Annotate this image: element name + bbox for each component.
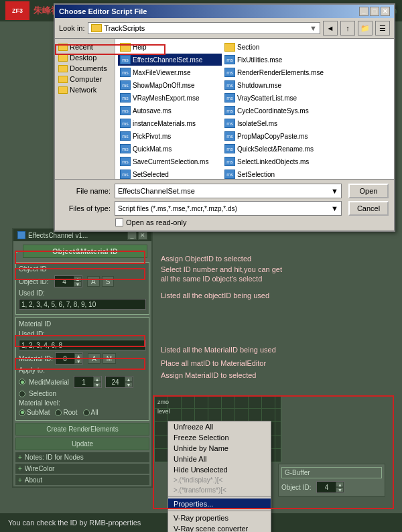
context-indisplay[interactable]: >.(*indisplay*.)[<: [168, 475, 271, 485]
context-vray-converter[interactable]: V-Ray scene converter: [168, 523, 271, 532]
context-properties[interactable]: Properties...: [168, 498, 271, 509]
left-recent[interactable]: Recent: [56, 42, 113, 52]
notes-label: Notes: ID for Nodes: [25, 454, 84, 461]
list-item[interactable]: ms ShowMapOnOff.mse: [118, 79, 222, 91]
mat-spinner-down[interactable]: ▼: [74, 358, 82, 364]
filename-input[interactable]: EffectsChannelSet.mse ▼: [115, 184, 342, 198]
list-item[interactable]: ms SetSelection: [222, 168, 326, 179]
list-item[interactable]: ms PickPivot.ms: [118, 130, 222, 142]
medit-radio[interactable]: [19, 379, 25, 385]
file-list[interactable]: Help Section ms EffectsChannelSet.mse ms…: [115, 39, 394, 179]
close-button[interactable]: ✕: [381, 7, 390, 16]
list-item[interactable]: ms instanceMaterials.ms: [118, 117, 222, 129]
list-item[interactable]: ms IsolateSel.ms: [222, 117, 326, 129]
maximize-button[interactable]: □: [370, 7, 379, 16]
medit-arrows1: ▲ ▼: [93, 377, 101, 387]
assign-a-btn[interactable]: A: [87, 276, 100, 287]
lookin-combo[interactable]: TrackScripts ▼: [88, 22, 320, 34]
filetype-combo[interactable]: Script files (*.ms,*.mse,*.mcr,*.mzp,*.d…: [115, 201, 342, 216]
context-vray-properties[interactable]: V-Ray properties: [168, 513, 271, 523]
left-desktop[interactable]: Desktop: [56, 52, 113, 63]
minimize-button[interactable]: _: [359, 7, 368, 16]
medit-spinner2[interactable]: 24 ▲ ▼: [105, 376, 133, 388]
viewport-label-zmo: zmo: [157, 399, 169, 405]
list-item[interactable]: ms Autosave.ms: [118, 105, 222, 117]
medit-down2[interactable]: ▼: [125, 382, 133, 387]
new-folder-button[interactable]: 📁: [358, 21, 373, 36]
list-item[interactable]: Help: [118, 42, 222, 53]
list-item[interactable]: Section: [222, 42, 326, 53]
list-item[interactable]: ms MaxFileViewer.mse: [118, 66, 222, 78]
context-hide-unselected[interactable]: Hide Unselected: [168, 464, 271, 475]
list-item[interactable]: ms FixUtilities.mse: [222, 54, 326, 66]
list-item[interactable]: ms CycleCoordinateSys.ms: [222, 105, 326, 117]
gbuffer-spinner-arrows: ▲ ▼: [336, 482, 344, 492]
left-documents[interactable]: Documents: [56, 63, 113, 74]
left-computer[interactable]: Computer: [56, 74, 113, 84]
update-btn[interactable]: Update: [15, 438, 149, 450]
list-item[interactable]: ms RenderRenderElements.mse: [222, 66, 326, 78]
context-freeze-selection[interactable]: Freeze Selection: [168, 432, 271, 443]
medit-up1[interactable]: ▲: [93, 377, 101, 382]
all-radio[interactable]: All: [83, 409, 98, 416]
up-button[interactable]: ↑: [340, 21, 355, 36]
list-item[interactable]: ms Shutdown.mse: [222, 79, 326, 91]
mat-m-btn[interactable]: M: [103, 353, 116, 364]
context-unhide-by-name[interactable]: Unhide by Name: [168, 443, 271, 454]
effects-minimize[interactable]: _: [127, 230, 137, 240]
mat-a-btn[interactable]: A: [88, 353, 100, 364]
context-unfreeze-all[interactable]: Unfreeze All: [168, 421, 271, 432]
spinner-up[interactable]: ▲: [74, 276, 82, 281]
effects-close[interactable]: ✕: [138, 230, 147, 240]
about-row[interactable]: + About: [15, 475, 149, 485]
list-item[interactable]: ms VRayMeshExport.mse: [118, 92, 222, 104]
view-button[interactable]: ☰: [375, 21, 390, 36]
wirecolor-collapse-icon: +: [18, 465, 22, 472]
list-item[interactable]: ms SetSelected: [118, 168, 222, 179]
medit-down1[interactable]: ▼: [93, 382, 101, 387]
list-item[interactable]: ms VrayScatterList.mse: [222, 92, 326, 104]
open-button[interactable]: Open: [348, 184, 389, 198]
mse-icon: ms: [224, 55, 235, 64]
list-item[interactable]: ms PropMapCopyPaste.ms: [222, 130, 326, 142]
gbuffer-objectid-row: Object ID: 4 ▲ ▼: [281, 481, 382, 493]
left-network[interactable]: Network: [56, 84, 113, 95]
gbuffer-spinner-up[interactable]: ▲: [336, 482, 344, 487]
object-id-spinner[interactable]: 4 ▲ ▼: [54, 275, 82, 287]
mat-id-spinner[interactable]: 0 ▲ ▼: [55, 352, 83, 364]
gbuffer-objectid-spinner[interactable]: 4 ▲ ▼: [316, 481, 344, 493]
site-logo: ZF3: [5, 1, 29, 20]
submat-radio[interactable]: SubMat: [19, 409, 50, 416]
cancel-button[interactable]: Cancel: [348, 201, 389, 216]
gbuffer-spinner-down[interactable]: ▼: [336, 487, 344, 492]
select-s-btn[interactable]: S: [102, 276, 115, 287]
object-material-btn[interactable]: Object&Material ID: [23, 245, 147, 258]
mse-icon: ms: [120, 131, 131, 141]
mse-icon: ms: [224, 144, 235, 153]
list-item[interactable]: ms QuickSelect&Rename.ms: [222, 143, 326, 155]
wirecolor-row[interactable]: + WireColor: [15, 464, 149, 474]
material-id-section: Material ID Used ID: 1, 2, 3, 4, 6, 8 Ma…: [15, 317, 149, 421]
context-unhide-all[interactable]: Unhide All: [168, 454, 271, 464]
root-radio[interactable]: Root: [55, 409, 77, 416]
list-item-selected[interactable]: ms EffectsChannelSet.mse: [118, 54, 222, 66]
medit-up2[interactable]: ▲: [125, 377, 133, 382]
folder-icon: [224, 43, 235, 52]
notes-row[interactable]: + Notes: ID for Nodes: [15, 452, 149, 462]
mat-spinner-up[interactable]: ▲: [74, 353, 82, 358]
list-item[interactable]: ms SaveCurrentSelection.ms: [118, 155, 222, 168]
mse-icon: ms: [224, 93, 235, 103]
readonly-checkbox[interactable]: [115, 218, 123, 226]
back-button[interactable]: ◄: [323, 21, 338, 36]
lookin-label: Look in:: [59, 24, 85, 32]
root-circle: [55, 409, 62, 416]
selection-row: Selection: [19, 390, 146, 397]
selection-radio[interactable]: [19, 391, 25, 397]
medit-spinner1[interactable]: 1 ▲ ▼: [74, 376, 102, 388]
list-item[interactable]: ms SelectLinkedObjects.ms: [222, 155, 326, 168]
context-transforms[interactable]: >.(*transforms*)[<: [168, 485, 271, 495]
about-collapse-icon: +: [18, 476, 22, 484]
list-item[interactable]: ms QuickMat.ms: [118, 143, 222, 155]
create-render-elements-btn[interactable]: Create RenderElements: [15, 423, 149, 436]
spinner-down[interactable]: ▼: [74, 281, 82, 287]
